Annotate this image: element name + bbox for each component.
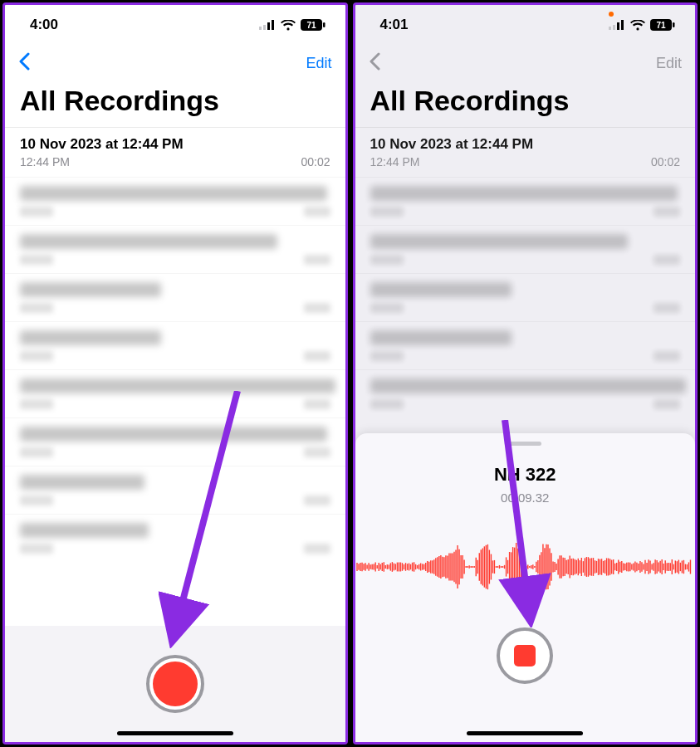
record-button[interactable]: [146, 655, 204, 713]
svg-rect-0: [259, 27, 262, 30]
recording-duration: 00:02: [301, 155, 330, 168]
recording-row-blurred[interactable]: [5, 177, 345, 225]
waveform: [355, 538, 696, 596]
recording-name-blurred: [20, 378, 335, 393]
chevron-left-icon: [18, 52, 30, 71]
recording-row-blurred[interactable]: [5, 417, 345, 466]
svg-rect-13: [673, 22, 675, 27]
back-button[interactable]: [369, 51, 380, 76]
svg-rect-10: [617, 22, 619, 30]
svg-rect-8: [609, 27, 611, 30]
recording-row-blurred[interactable]: [5, 273, 345, 321]
record-tray: [5, 626, 345, 742]
svg-rect-3: [272, 20, 274, 30]
recording-row[interactable]: 10 Nov 2023 at 12:44 PM 12:44 PM 00:02: [355, 127, 696, 177]
recording-name-blurred: [20, 186, 327, 201]
cellular-icon: [609, 20, 625, 30]
svg-rect-5: [323, 22, 326, 27]
status-bar: 4:00 71: [5, 5, 345, 45]
recording-name: 10 Nov 2023 at 12:44 PM: [370, 136, 681, 153]
recording-name-blurred: [370, 282, 512, 297]
recording-name-blurred: [20, 282, 161, 297]
page-title: All Recordings: [5, 81, 345, 127]
recording-row-blurred[interactable]: [355, 369, 696, 417]
edit-button[interactable]: Edit: [306, 55, 331, 72]
phone-screen-right: 4:01 71 Edit All Recordings 10 Nov 2023 …: [353, 2, 698, 745]
recording-row-blurred[interactable]: [355, 225, 696, 273]
recording-name-blurred: [370, 186, 678, 201]
recording-name-blurred: [20, 523, 149, 538]
chevron-left-icon: [369, 52, 380, 71]
recording-row-blurred[interactable]: [5, 225, 345, 273]
svg-text:71: 71: [306, 21, 316, 30]
recording-duration: 00:02: [651, 155, 680, 168]
svg-rect-9: [613, 25, 615, 30]
recording-name-blurred: [20, 475, 144, 490]
battery-icon: 71: [650, 19, 675, 31]
status-time: 4:00: [30, 17, 58, 33]
record-icon: [153, 662, 198, 706]
svg-rect-1: [263, 25, 266, 30]
cellular-icon: [259, 20, 276, 30]
stop-button[interactable]: [497, 627, 553, 684]
nav-bar: Edit: [5, 45, 345, 81]
recording-row-blurred[interactable]: [5, 369, 345, 417]
recording-time: 12:44 PM: [370, 155, 420, 168]
status-time: 4:01: [380, 17, 409, 33]
wifi-icon: [281, 20, 296, 31]
recording-row-blurred[interactable]: [5, 321, 345, 369]
recording-row-blurred[interactable]: [355, 321, 696, 369]
recording-name-blurred: [20, 330, 161, 345]
recording-name-blurred: [20, 234, 277, 249]
wifi-icon: [630, 20, 645, 31]
recording-name-blurred: [370, 234, 628, 249]
svg-rect-11: [621, 20, 624, 30]
recording-name-blurred: [20, 427, 327, 442]
stop-icon: [514, 645, 536, 666]
recording-sheet[interactable]: NH 322 00:09.32: [355, 433, 696, 742]
home-indicator[interactable]: [117, 731, 233, 735]
battery-icon: 71: [301, 19, 326, 31]
svg-rect-2: [267, 22, 270, 30]
page-title: All Recordings: [355, 81, 696, 127]
back-button[interactable]: [18, 51, 30, 76]
recording-name-blurred: [370, 378, 686, 393]
recording-row-blurred[interactable]: [355, 273, 696, 321]
recording-row[interactable]: 10 Nov 2023 at 12:44 PM 12:44 PM 00:02: [5, 127, 345, 177]
recording-name-blurred: [370, 330, 512, 345]
recording-name: 10 Nov 2023 at 12:44 PM: [20, 136, 330, 153]
active-recording-name: NH 322: [494, 464, 556, 486]
status-bar: 4:01 71: [355, 5, 696, 45]
edit-button: Edit: [656, 55, 682, 72]
recording-row-blurred[interactable]: [5, 466, 345, 514]
recording-row-blurred[interactable]: [5, 514, 345, 562]
recording-row-blurred[interactable]: [355, 177, 696, 225]
phone-screen-left: 4:00 71 Edit All Recordings 10 Nov 2023 …: [2, 2, 348, 745]
home-indicator[interactable]: [467, 731, 583, 735]
recording-indicator-icon: [609, 12, 614, 17]
sheet-grabber[interactable]: [508, 442, 541, 446]
status-icons: 71: [259, 19, 326, 31]
active-recording-elapsed: 00:09.32: [501, 491, 549, 505]
recording-time: 12:44 PM: [20, 155, 70, 168]
nav-bar: Edit: [355, 45, 696, 81]
svg-text:71: 71: [656, 21, 666, 30]
status-icons: 71: [609, 19, 675, 31]
